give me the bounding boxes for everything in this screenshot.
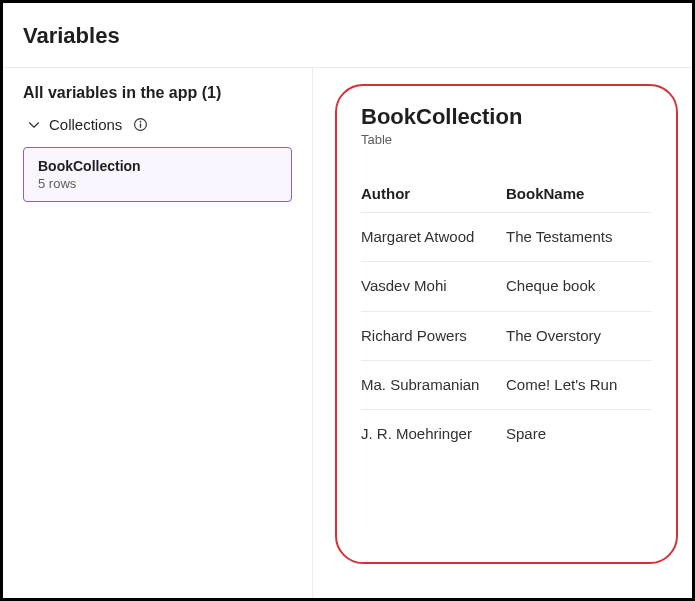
collection-card[interactable]: BookCollection 5 rows — [23, 147, 292, 202]
cell-author: J. R. Moehringer — [361, 424, 506, 444]
table-row[interactable]: Ma. Subramanian Come! Let's Run — [361, 361, 652, 410]
variables-panel: All variables in the app (1) Collections… — [3, 68, 313, 599]
svg-point-1 — [140, 121, 142, 123]
cell-bookname: Spare — [506, 424, 652, 444]
table-row[interactable]: J. R. Moehringer Spare — [361, 410, 652, 458]
all-variables-count: (1) — [202, 84, 222, 101]
table-header-row: Author BookName — [361, 175, 652, 213]
cell-author: Vasdev Mohi — [361, 276, 506, 296]
collection-card-rowcount: 5 rows — [38, 176, 277, 191]
cell-bookname: Cheque book — [506, 276, 652, 296]
table-row[interactable]: Margaret Atwood The Testaments — [361, 213, 652, 262]
highlight-annotation: BookCollection Table Author BookName Mar… — [335, 84, 678, 564]
cell-author: Ma. Subramanian — [361, 375, 506, 395]
cell-bookname: The Overstory — [506, 326, 652, 346]
cell-bookname: The Testaments — [506, 227, 652, 247]
column-header-bookname[interactable]: BookName — [506, 185, 652, 202]
collection-table: Author BookName Margaret Atwood The Test… — [361, 175, 652, 458]
chevron-down-icon — [27, 118, 41, 132]
table-row[interactable]: Richard Powers The Overstory — [361, 312, 652, 361]
info-icon[interactable] — [132, 117, 148, 133]
content-area: All variables in the app (1) Collections… — [3, 68, 692, 599]
details-panel: BookCollection Table Author BookName Mar… — [313, 68, 692, 599]
cell-bookname: Come! Let's Run — [506, 375, 652, 395]
cell-author: Margaret Atwood — [361, 227, 506, 247]
all-variables-heading: All variables in the app (1) — [23, 84, 292, 102]
collections-toggle[interactable]: Collections — [23, 116, 292, 133]
collection-title: BookCollection — [361, 104, 652, 130]
svg-rect-2 — [140, 124, 141, 128]
all-variables-label: All variables in the app — [23, 84, 197, 101]
page-title: Variables — [3, 3, 692, 49]
collection-card-name: BookCollection — [38, 158, 277, 174]
cell-author: Richard Powers — [361, 326, 506, 346]
collections-label: Collections — [49, 116, 122, 133]
table-row[interactable]: Vasdev Mohi Cheque book — [361, 262, 652, 311]
collection-type-label: Table — [361, 132, 652, 147]
column-header-author[interactable]: Author — [361, 185, 506, 202]
